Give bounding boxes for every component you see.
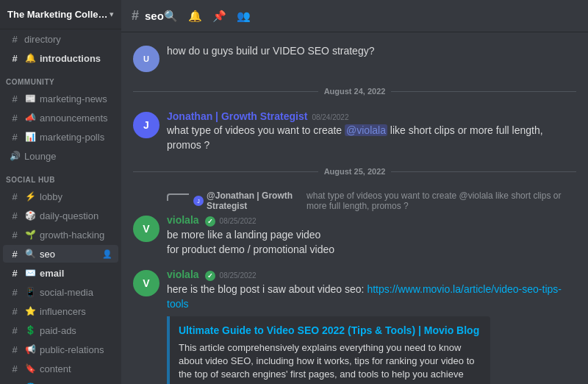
sidebar-item-public-relations[interactable]: # 📢 public-relations bbox=[3, 341, 118, 358]
paid-ads-icon: 💲 bbox=[24, 324, 36, 336]
hash-icon: # bbox=[9, 52, 21, 64]
verified-badge: ✓ bbox=[205, 216, 215, 227]
sidebar-item-marketing-polls[interactable]: # 📊 marketing-polls bbox=[3, 128, 118, 146]
reply-author: @Jonathan | Growth Strategist bbox=[207, 191, 304, 211]
message-timestamp: 08/25/2022 bbox=[220, 217, 257, 225]
embed-container: Ultimate Guide to Video SEO 2022 (Tips &… bbox=[167, 316, 490, 384]
reply-line bbox=[167, 193, 189, 201]
announce-icon: 📣 bbox=[24, 112, 36, 124]
sidebar-item-social-media[interactable]: # 📱 social-media bbox=[3, 283, 118, 301]
message-group: U how do u guys build ur VIDEO SEO strat… bbox=[121, 41, 588, 75]
hash-icon: # bbox=[9, 305, 21, 317]
sidebar-item-lobby[interactable]: # ⚡ lobby bbox=[3, 188, 118, 205]
sidebar-item-paid-ads[interactable]: # 💲 paid-ads bbox=[3, 321, 118, 339]
channel-label: content bbox=[40, 363, 112, 374]
content-icon: 🔖 bbox=[24, 363, 36, 374]
sidebar-item-directory[interactable]: # directory bbox=[3, 30, 118, 48]
channel-label: social-media bbox=[40, 287, 112, 298]
sidebar-item-marketing-news[interactable]: # 📰 marketing-news bbox=[3, 90, 118, 107]
date-divider: August 25, 2022 bbox=[121, 160, 588, 183]
message-group: J Jonathan | Growth Strategist 08/24/202… bbox=[121, 107, 588, 155]
hash-icon: # bbox=[9, 248, 21, 260]
reply-text: what type of videos you want to create @… bbox=[306, 191, 576, 211]
channel-label: marketing-polls bbox=[40, 132, 112, 143]
header-hash-icon: # bbox=[132, 8, 139, 24]
mention-tag: @violala bbox=[345, 124, 387, 136]
channel-label: Lounge bbox=[24, 151, 112, 162]
message-timestamp: 08/24/2022 bbox=[312, 113, 348, 121]
server-name: The Marketing Collective bbox=[7, 9, 110, 20]
voice-icon: 🔊 bbox=[9, 150, 21, 162]
embed-description: This article comprehensively explains ev… bbox=[179, 341, 481, 384]
hash-icon: # bbox=[9, 191, 21, 202]
server-header[interactable]: The Marketing Collective ▾ bbox=[0, 0, 121, 29]
message-text: here is the blog post i saw about video … bbox=[167, 282, 576, 311]
message-content: violala ✓ 08/25/2022 here is the blog po… bbox=[167, 269, 576, 384]
members-icon[interactable]: 👥 bbox=[237, 10, 251, 23]
notification-icon[interactable]: 🔔 bbox=[188, 10, 202, 23]
date-line-right bbox=[391, 91, 576, 92]
hash-icon: # bbox=[9, 210, 21, 221]
chevron-icon: ▾ bbox=[110, 10, 114, 19]
hash-icon: # bbox=[9, 93, 21, 104]
sidebar-item-email[interactable]: # ✉️ email bbox=[3, 264, 118, 282]
sidebar-item-growth-hacking[interactable]: # 🌱 growth-hacking bbox=[3, 226, 118, 243]
message-author[interactable]: violala bbox=[167, 214, 199, 226]
reply-content-header: J @Jonathan | Growth Strategist what typ… bbox=[193, 191, 576, 211]
channel-label: influencers bbox=[40, 306, 112, 317]
sidebar-item-daily-question[interactable]: # 🎲 daily-question bbox=[3, 207, 118, 224]
section-label-social-hub: SOCIAL HUB bbox=[0, 166, 121, 187]
date-text: August 24, 2022 bbox=[318, 87, 392, 96]
lobby-icon: ⚡ bbox=[24, 191, 36, 202]
hash-icon: # bbox=[9, 33, 21, 45]
message-author[interactable]: violala bbox=[167, 269, 199, 280]
date-line-left bbox=[133, 171, 318, 172]
polls-icon: 📊 bbox=[24, 131, 36, 143]
header-channel-name: seo bbox=[145, 10, 164, 22]
mention-tag: @violala bbox=[459, 191, 493, 201]
channel-label: daily-question bbox=[40, 210, 112, 221]
date-divider: August 24, 2022 bbox=[121, 79, 588, 103]
hash-icon: # bbox=[9, 344, 21, 355]
messages-area: U how do u guys build ur VIDEO SEO strat… bbox=[121, 32, 588, 384]
hash-icon: # bbox=[9, 267, 21, 279]
channel-label: growth-hacking bbox=[40, 230, 112, 241]
message-timestamp: 08/25/2022 bbox=[220, 271, 257, 280]
channel-label: lobby bbox=[40, 191, 112, 202]
hash-icon: # bbox=[9, 131, 21, 143]
date-text: August 25, 2022 bbox=[318, 167, 392, 176]
reply-indicator: J @Jonathan | Growth Strategist what typ… bbox=[167, 191, 576, 211]
message-author[interactable]: Jonathan | Growth Strategist bbox=[167, 110, 307, 122]
sidebar-item-web3[interactable]: # 🌐 web3 bbox=[3, 379, 118, 384]
sidebar-item-lounge[interactable]: 🔊 Lounge bbox=[3, 147, 118, 165]
embed-link[interactable]: https://www.movio.la/article/video-seo-t… bbox=[167, 283, 562, 310]
message-content: violala ✓ 08/25/2022 be more like a land… bbox=[167, 214, 576, 257]
header-actions: 🔍 🔔 📌 👥 bbox=[164, 10, 251, 23]
sidebar-item-influencers[interactable]: # ⭐ influencers bbox=[3, 302, 118, 320]
user-count-icon: 👤 bbox=[102, 249, 112, 259]
pin-icon[interactable]: 📌 bbox=[212, 10, 226, 23]
channel-label: public-relations bbox=[40, 344, 112, 355]
verified-badge: ✓ bbox=[205, 271, 215, 281]
growth-icon: 🌱 bbox=[24, 229, 36, 241]
message-header: violala ✓ 08/25/2022 bbox=[167, 269, 576, 281]
hash-icon: # bbox=[9, 229, 21, 241]
channel-label: introductions bbox=[40, 53, 112, 64]
reply-avatar: J bbox=[193, 196, 204, 206]
influencer-icon: ⭐ bbox=[24, 305, 36, 317]
sidebar-item-seo[interactable]: # 🔍 seo 👤 bbox=[3, 245, 118, 263]
social-icon: 📱 bbox=[24, 286, 36, 298]
question-icon: 🎲 bbox=[24, 210, 36, 221]
seo-icon: 🔍 bbox=[24, 248, 36, 260]
search-icon[interactable]: 🔍 bbox=[164, 10, 178, 23]
channel-label: seo bbox=[40, 249, 102, 260]
message-group: V violala ✓ 08/25/2022 be more like a la… bbox=[121, 213, 588, 260]
sidebar-item-announcements[interactable]: # 📣 announcements bbox=[3, 109, 118, 127]
channel-label: announcements bbox=[40, 113, 112, 124]
sidebar-item-content[interactable]: # 🔖 content bbox=[3, 360, 118, 377]
message-header: Jonathan | Growth Strategist 08/24/2022 bbox=[167, 110, 576, 122]
hash-icon: # bbox=[9, 363, 21, 374]
hash-icon: # bbox=[9, 324, 21, 336]
message-content: Jonathan | Growth Strategist 08/24/2022 … bbox=[167, 110, 576, 152]
sidebar-item-introductions[interactable]: # 🔔 introductions bbox=[3, 49, 118, 67]
